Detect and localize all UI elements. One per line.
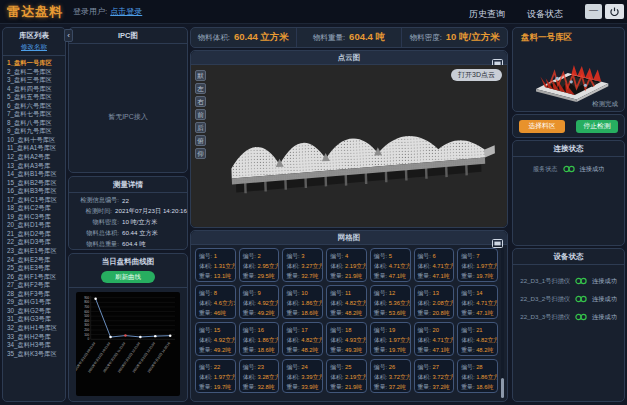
sidebar-area-item[interactable]: 20_盘料D1号库 — [7, 221, 63, 230]
grid-cell[interactable]: 编号: 22体积: 1.97立方米重量: 19.7吨 — [195, 359, 236, 393]
app-window: 雷达盘料 登录用户: 点击登录 历史查询设备状态 — 库区列表 修改名称 1_盘… — [0, 0, 627, 405]
grid-cell[interactable]: 编号: 10体积: 1.86立方米重量: 18.6吨 — [282, 285, 323, 319]
power-button[interactable] — [605, 4, 624, 19]
sidebar-area-item[interactable]: 2_盘料二号库区 — [7, 68, 63, 77]
sidebar-area-item[interactable]: 30_盘料G2号库 — [7, 307, 63, 316]
sidebar-area-item[interactable]: 34_盘料H3号库 — [7, 341, 63, 350]
measure-value: 22 — [122, 197, 129, 204]
grid-cell[interactable]: 编号: 25体积: 2.19立方米重量: 21.9吨 — [326, 359, 367, 393]
sidebar-area-item[interactable]: 27_盘料F2号库 — [7, 281, 63, 290]
stop-detect-button[interactable]: 停止检测 — [576, 120, 618, 133]
sidebar-area-item[interactable]: 5_盘料五号库区 — [7, 93, 63, 102]
sidebar-area-item[interactable]: 13_盘料A3号库 — [7, 162, 63, 171]
sidebar-area-item[interactable]: 14_盘料B1号库区 — [7, 170, 63, 179]
view-button[interactable]: 前 — [195, 109, 206, 120]
grid-cell[interactable]: 编号: 20体积: 4.71立方米重量: 47.1吨 — [414, 322, 455, 356]
grid-cell[interactable]: 编号: 16体积: 1.86立方米重量: 18.6吨 — [239, 322, 280, 356]
open-3d-button[interactable]: 打开3D点云 — [451, 69, 502, 81]
sidebar-area-item[interactable]: 24_盘料E2号库 — [7, 256, 63, 265]
measure-label: 检测时间: — [69, 207, 112, 216]
sidebar-area-item[interactable]: 15_盘料B2号库区 — [7, 179, 63, 188]
header-menu-item[interactable]: 设备状态 — [527, 9, 563, 19]
grid-cell[interactable]: 编号: 17体积: 4.82立方米重量: 48.2吨 — [282, 322, 323, 356]
view-button[interactable]: 默 — [195, 70, 206, 81]
grid-cell[interactable]: 编号: 1体积: 1.31立方米重量: 13.1吨 — [195, 248, 236, 282]
grid-scrollbar[interactable] — [501, 248, 504, 398]
grid-cell[interactable]: 编号: 9体积: 4.92立方米重量: 49.2吨 — [239, 285, 280, 319]
collapse-left-icon[interactable]: ‹ — [64, 29, 73, 42]
grid-cell[interactable]: 编号: 12体积: 5.36立方米重量: 53.6吨 — [370, 285, 411, 319]
grid-cell[interactable]: 编号: 26体积: 3.72立方米重量: 37.2吨 — [370, 359, 411, 393]
sidebar-area-item[interactable]: 9_盘料九号库区 — [7, 127, 63, 136]
grid-cell[interactable]: 编号: 13体积: 2.08立方米重量: 20.8吨 — [414, 285, 455, 319]
view-button[interactable]: 仰 — [195, 148, 206, 159]
grid-cell[interactable]: 编号: 21体积: 4.82立方米重量: 48.2吨 — [457, 322, 498, 356]
header-menu-item[interactable]: 历史查询 — [469, 9, 505, 19]
sidebar-area-item[interactable]: 16_盘料B3号库区 — [7, 187, 63, 196]
grid-cell[interactable]: 编号: 19体积: 1.97立方米重量: 19.7吨 — [370, 322, 411, 356]
connection-rows: 服务状态连接成功 — [513, 163, 624, 175]
select-area-button[interactable]: 选择料区 — [519, 120, 565, 133]
sidebar-area-item[interactable]: 6_盘料六号库区 — [7, 102, 63, 111]
grid-cell[interactable]: 编号: 27体积: 3.72立方米重量: 37.2吨 — [414, 359, 455, 393]
sidebar-area-item[interactable]: 1_盘料一号库区 — [7, 59, 63, 68]
grid-cell[interactable]: 编号: 11体积: 4.82立方米重量: 48.2吨 — [326, 285, 367, 319]
sidebar-area-item[interactable]: 11_盘料A1号库区 — [7, 144, 63, 153]
sidebar-area-item[interactable]: 17_盘料C1号库区 — [7, 196, 63, 205]
cell-weight-line: 重量: 21.9吨 — [330, 382, 365, 392]
grid-cell[interactable]: 编号: 23体积: 3.28立方米重量: 32.8吨 — [239, 359, 280, 393]
grid-cell[interactable]: 编号: 8体积: 4.6立方米重量: 46吨 — [195, 285, 236, 319]
grid-cell[interactable]: 编号: 14体积: 4.71立方米重量: 47.1吨 — [457, 285, 498, 319]
cell-volume-line: 体积: 2.19立方米 — [330, 372, 365, 382]
sidebar-area-item[interactable]: 12_盘料A2号库 — [7, 153, 63, 162]
rename-link[interactable]: 修改名称 — [3, 41, 65, 56]
view-button[interactable]: 后 — [195, 122, 206, 133]
cell-volume-line: 体积: 1.86立方米 — [461, 372, 496, 382]
sidebar-area-item[interactable]: 10_盘料十号库区 — [7, 136, 63, 145]
sidebar-area-item[interactable]: 33_盘料H2号库 — [7, 333, 63, 342]
sidebar-area-item[interactable]: 8_盘料八号库区 — [7, 119, 63, 128]
sidebar-area-item[interactable]: 3_盘料三号库区 — [7, 76, 63, 85]
pointcloud-viewport[interactable]: 默左右前后俯仰 打开3D点云 — [191, 65, 507, 227]
measure-row: 物料总体积:60.44 立方米 — [69, 228, 187, 239]
refresh-curve-button[interactable]: 刷新曲线 — [101, 271, 155, 283]
cell-volume-line: 体积: 1.97立方米 — [199, 372, 234, 382]
cell-id-line: 编号: 23 — [243, 362, 278, 372]
sidebar-area-item[interactable]: 7_盘料七号库区 — [7, 110, 63, 119]
sidebar-area-item[interactable]: 23_盘料E1号库区 — [7, 247, 63, 256]
sidebar-area-item[interactable]: 25_盘料E3号库 — [7, 264, 63, 273]
grid-cell[interactable]: 编号: 2体积: 2.95立方米重量: 29.5吨 — [239, 248, 280, 282]
minimize-button[interactable]: — — [585, 4, 602, 19]
sidebar-area-item[interactable]: 31_盘料G3号库 — [7, 315, 63, 324]
view-button[interactable]: 右 — [195, 96, 206, 107]
grid-cell[interactable]: 编号: 18体积: 4.93立方米重量: 49.3吨 — [326, 322, 367, 356]
sidebar-area-item[interactable]: 28_盘料F3号库 — [7, 290, 63, 299]
grid-cell[interactable]: 编号: 15体积: 4.92立方米重量: 49.2吨 — [195, 322, 236, 356]
grid-cell[interactable]: 编号: 4体积: 2.19立方米重量: 21.9吨 — [326, 248, 367, 282]
sidebar-area-item[interactable]: 29_盘料G1号库 — [7, 298, 63, 307]
login-link[interactable]: 点击登录 — [110, 6, 142, 17]
sidebar-area-item[interactable]: 32_盘料H1号库区 — [7, 324, 63, 333]
grid-cell[interactable]: 编号: 28体积: 1.86立方米重量: 18.6吨 — [457, 359, 498, 393]
grid-cell[interactable]: 编号: 7体积: 1.97立方米重量: 19.7吨 — [457, 248, 498, 282]
grid-cell[interactable]: 编号: 5体积: 4.71立方米重量: 47.1吨 — [370, 248, 411, 282]
sidebar-area-item[interactable]: 18_盘料C2号库 — [7, 204, 63, 213]
grid-scrollbar-thumb[interactable] — [501, 378, 504, 398]
grid-cell[interactable]: 编号: 24体积: 3.39立方米重量: 33.9吨 — [282, 359, 323, 393]
sidebar-area-item[interactable]: 4_盘料四号库区 — [7, 85, 63, 94]
sidebar-area-item[interactable]: 22_盘料D3号库 — [7, 238, 63, 247]
cell-weight-line: 重量: 33.9吨 — [286, 382, 321, 392]
svg-text:900: 900 — [84, 296, 89, 300]
curve-title: 当日盘料曲线图 — [69, 254, 187, 269]
sidebar-area-item[interactable]: 35_盘料K3号库区 — [7, 350, 63, 359]
sidebar-area-item[interactable]: 19_盘料C3号库 — [7, 213, 63, 222]
grid-cell[interactable]: 编号: 6体积: 4.71立方米重量: 47.1吨 — [414, 248, 455, 282]
cell-weight-line: 重量: 20.8吨 — [418, 308, 453, 318]
cell-id-line: 编号: 22 — [199, 362, 234, 372]
grid-cell[interactable]: 编号: 3体积: 3.27立方米重量: 32.7吨 — [282, 248, 323, 282]
stat-volume: 物料体积: 60.44 立方米 — [191, 28, 296, 47]
sidebar-area-item[interactable]: 21_盘料D2号库 — [7, 230, 63, 239]
view-button[interactable]: 俯 — [195, 135, 206, 146]
sidebar-area-item[interactable]: 26_盘料F1号库区 — [7, 273, 63, 282]
view-button[interactable]: 左 — [195, 83, 206, 94]
